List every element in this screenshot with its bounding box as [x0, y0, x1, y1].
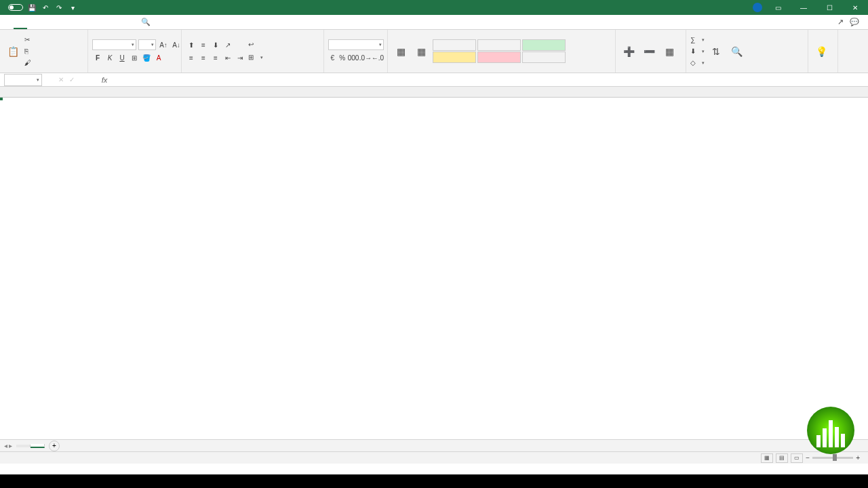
style-good[interactable] — [522, 39, 566, 51]
tab-pagelayout[interactable] — [41, 15, 54, 29]
tab-data[interactable] — [68, 15, 81, 29]
tab-view[interactable] — [95, 15, 108, 29]
user-avatar[interactable] — [753, 3, 762, 12]
cut-icon: ✂ — [24, 36, 33, 44]
search-box[interactable]: 🔍 — [136, 18, 159, 26]
percent-icon[interactable]: % — [338, 52, 347, 63]
fx-button[interactable]: fx — [98, 76, 111, 84]
italic-button[interactable]: K — [104, 52, 115, 63]
align-middle-icon[interactable]: ≡ — [198, 39, 209, 50]
ideas-button[interactable]: 💡 — [812, 31, 830, 71]
style-bad[interactable] — [477, 52, 521, 63]
shrink-font-icon[interactable]: A↓ — [171, 39, 182, 50]
ribbon: 📋 ✂ ⎘ 🖌 ▾ ▾ A↑ A↓ F K — [0, 30, 868, 73]
align-left-icon[interactable]: ≡ — [186, 52, 197, 63]
style-neutral[interactable] — [433, 52, 476, 63]
fill-icon: ⬇ — [690, 47, 698, 56]
clear-button[interactable]: ◇▾ — [690, 58, 705, 68]
share-button[interactable]: ↗ — [837, 18, 846, 26]
align-bottom-icon[interactable]: ⬇ — [210, 39, 221, 50]
redo-icon[interactable]: ↷ — [54, 3, 64, 12]
copy-icon: ⎘ — [24, 47, 33, 56]
ribbon-options-icon[interactable]: ▭ — [768, 0, 788, 15]
tab-help[interactable] — [108, 15, 122, 29]
borders-icon[interactable]: ⊞ — [129, 52, 140, 63]
sheet-tab-losung[interactable] — [16, 445, 31, 447]
indent-dec-icon[interactable]: ⇤ — [222, 52, 233, 63]
indent-inc-icon[interactable]: ⇥ — [235, 52, 245, 63]
formulabar: ▾ ✕ ✓ fx — [0, 73, 868, 87]
font-name-dropdown[interactable]: ▾ — [92, 39, 136, 50]
minimize-icon[interactable]: — — [793, 0, 814, 15]
fillcolor-icon[interactable]: 🪣 — [141, 52, 152, 63]
spreadsheet-grid[interactable] — [0, 87, 868, 439]
format-button[interactable]: ▦ — [660, 31, 678, 71]
zoom-slider[interactable] — [812, 457, 853, 459]
findselect-button[interactable]: 🔍 — [728, 31, 745, 71]
decimal-dec-icon[interactable]: ←.0 — [372, 52, 383, 63]
cut-button[interactable]: ✂ — [24, 35, 35, 45]
tab-review[interactable] — [81, 15, 95, 29]
view-pagelayout-icon[interactable]: ▤ — [776, 453, 788, 463]
condformat-button[interactable]: ▦ — [392, 31, 410, 71]
font-size-dropdown[interactable]: ▾ — [138, 39, 156, 50]
sigma-icon: ∑ — [690, 36, 698, 44]
paste-button[interactable]: 📋 — [4, 31, 22, 71]
wraptext-button[interactable]: ↩ — [248, 39, 263, 50]
tab-start[interactable] — [14, 15, 27, 29]
cancel-formula-icon[interactable]: ✕ — [56, 75, 66, 85]
comments-button[interactable]: 💬 — [850, 18, 861, 26]
tab-insert[interactable] — [27, 15, 41, 29]
align-top-icon[interactable]: ⬆ — [186, 39, 197, 50]
fill-button[interactable]: ⬇▾ — [690, 46, 705, 57]
maximize-icon[interactable]: ☐ — [819, 0, 840, 15]
table-icon: ▦ — [415, 45, 427, 58]
delete-button[interactable]: ➖ — [640, 31, 658, 71]
sheet-nav-first-icon[interactable]: ◂ — [4, 442, 7, 449]
zoom-in-icon[interactable]: + — [856, 454, 860, 462]
autosave-switch-icon[interactable] — [8, 4, 23, 11]
align-right-icon[interactable]: ≡ — [210, 52, 221, 63]
comment-icon: 💬 — [850, 18, 859, 26]
decimal-inc-icon[interactable]: .0→ — [360, 52, 371, 63]
undo-icon[interactable]: ↶ — [41, 3, 50, 12]
grow-font-icon[interactable]: A↑ — [158, 39, 169, 50]
orientation-icon[interactable]: ↗ — [222, 39, 233, 50]
numberformat-dropdown[interactable]: ▾ — [328, 39, 384, 50]
close-icon[interactable]: ✕ — [845, 0, 865, 15]
delete-icon: ➖ — [643, 45, 655, 58]
copy-button[interactable]: ⎘ — [24, 46, 35, 57]
autosum-button[interactable]: ∑▾ — [690, 35, 705, 45]
qat-dropdown-icon[interactable]: ▾ — [68, 3, 77, 12]
tab-formulas[interactable] — [54, 15, 68, 29]
sortfilter-button[interactable]: ⇅ — [707, 31, 725, 71]
merge-button[interactable]: ⊞▾ — [248, 52, 263, 63]
align-center-icon[interactable]: ≡ — [198, 52, 209, 63]
save-icon[interactable]: 💾 — [27, 3, 37, 12]
tab-file[interactable] — [0, 15, 14, 29]
comma-icon[interactable]: 000 — [348, 52, 359, 63]
titlebar: 💾 ↶ ↷ ▾ ▭ — ☐ ✕ — [0, 0, 868, 15]
formatpainter-button[interactable]: 🖌 — [24, 58, 35, 68]
name-box[interactable]: ▾ — [4, 74, 42, 86]
black-bar — [0, 474, 868, 488]
add-sheet-button[interactable]: + — [49, 441, 60, 451]
style-standard2[interactable] — [433, 39, 476, 51]
tab-factset[interactable] — [122, 15, 136, 29]
sheet-tab-bar: ◂ ▸ + — [0, 439, 868, 451]
view-normal-icon[interactable]: ▦ — [761, 453, 773, 463]
underline-button[interactable]: U — [117, 52, 127, 63]
view-pagebreak-icon[interactable]: ▭ — [791, 453, 803, 463]
fontcolor-icon[interactable]: A — [153, 52, 164, 63]
astable-button[interactable]: ▦ — [412, 31, 430, 71]
style-output[interactable] — [522, 52, 566, 63]
autosave-toggle[interactable] — [5, 4, 23, 11]
style-standard[interactable] — [477, 39, 521, 51]
currency-icon[interactable]: € — [328, 52, 337, 63]
zoom-out-icon[interactable]: − — [806, 454, 810, 462]
sheet-tab-daten[interactable] — [31, 444, 45, 448]
insertcells-button[interactable]: ➕ — [620, 31, 637, 71]
bold-button[interactable]: F — [92, 52, 103, 63]
sheet-nav-last-icon[interactable]: ▸ — [9, 442, 12, 449]
accept-formula-icon[interactable]: ✓ — [66, 75, 77, 85]
